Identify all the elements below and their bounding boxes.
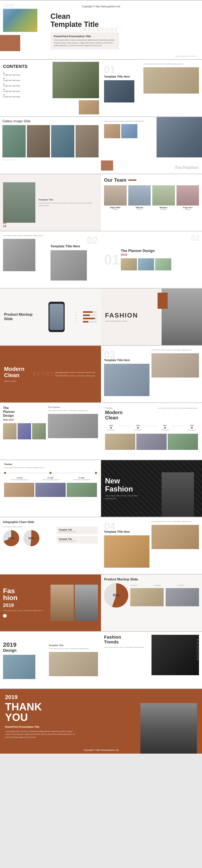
infographic-pie-row: 69% 52% [3,530,54,546]
ty-year: 2019 [5,694,111,701]
template-card-1-text: Lorem ipsum dolor sit amet [59,531,96,532]
planner2-main-image [48,414,98,438]
row-3: Gallery Image Slide www.pptstore.net Lor… [0,117,202,174]
t01-image [104,80,134,102]
gallery-image-2 [27,125,50,157]
infographic-content: Lorem ipsum dolor sit amet. 69% 52% [3,526,98,546]
product2-prices: $ 2,400.00 $ 1,960.00 $ 2,760.00 [130,585,199,606]
ft-left: Fashion Trends Lorem ipsum dolor sit ame… [104,635,152,685]
fashion-grid [104,124,154,138]
f2019-right [50,585,98,621]
ourteam-title: Our Team [104,177,126,183]
ty-left: 2019 THANK YOU PowerPoint Presentation T… [5,694,111,749]
product2-images [130,588,199,606]
design-main-image [3,655,35,679]
top-copyright-bar: Copyright © http://www.pptstore.net [0,4,202,9]
planner-image-1 [121,258,137,270]
timeline2-label: Timeline [4,463,97,465]
slide-modern-timeline: Timeline Modern Clean Lorem ipsum dolor … [101,403,202,460]
t03-desc: Lorem ipsum dolor sit amet, consectetuer… [152,349,199,351]
t03-left: 03 Template Title Here [104,349,152,399]
modern-text: Lorem ipsum dolor sit amet, consectetuer… [55,371,97,374]
slide-thank-you: 2019 THANK YOU PowerPoint Presentation T… [0,689,202,754]
list-item: 01 1 Add Your Text Here [3,72,37,76]
row-10: Infographic Chart Slide Lorem ipsum dolo… [0,517,202,574]
infographic-title: Infographic Chart Slide [3,520,98,524]
product2-circle-pct: 55% [113,594,120,597]
infographic-right: Template Title Lorem ipsum dolor sit ame… [57,527,98,545]
contents-left: CONTENTS 01 1 Add Your Text Here 02 2 Ad… [0,60,40,116]
slide-gallery: Gallery Image Slide www.pptstore.net [0,117,101,174]
design-word: Design [3,648,46,653]
team-image-2 [128,185,151,206]
planner-title: The Planner Design [121,249,199,253]
infographic-left: Lorem ipsum dolor sit amet. 69% 52% [3,526,54,546]
t01-right: Lorem ipsum dolor sit amet, consectetuer… [140,63,199,113]
fashion-image-2 [121,124,137,138]
ft-right: FASHION [152,635,199,685]
template-card-1: Template Title Lorem ipsum dolor sit ame… [57,527,98,534]
timeline-image-3 [168,434,198,450]
modern-left: Modern Clean Approve name [4,366,55,382]
t04-desc: Lorem ipsum dolor sit amet, consectetuer… [152,520,199,523]
modern-right: Lorem ipsum dolor sit amet, consectetuer… [55,371,97,377]
ty-right [111,694,197,749]
slide-cover: 2019 Clean Template Title PowerPoint Pre… [0,1,202,59]
list-item: 04 4 Add Your Text Here [3,89,37,92]
newfashion-sub: Lorem ipsum dolor sit amet, consectetuer… [105,495,145,500]
cover-title: Clean Template Title [50,12,196,28]
misc-image [3,182,35,223]
product-phone [40,302,73,332]
timeline2-items: 01 2016 Lorem ipsum adipiscing elit 01 2… [4,477,97,481]
pie-chart-69: 69% [3,530,19,546]
ourteam-header: Our Team [104,177,199,183]
slide-product-mockup: Product Mockup Slide A B C [0,288,101,345]
timeline2-segment-2 [52,473,95,473]
ourteam-accent [128,180,136,181]
ourteam-grid: Edgar Willis Design Willa Mo Planner Bla… [104,185,199,210]
planner-images [121,258,199,270]
product-bars: A B C D [73,311,97,322]
gallery-image-1 [2,125,26,157]
price-item-1: $ 2,400.00 [130,585,152,586]
timeline-year-3: 2017 Lorem ipsum [159,425,171,431]
fashion-big-title: FASHION [105,312,158,319]
planner2-title: ThePlannerDesign [3,406,46,418]
planner2-images [3,423,46,439]
bar-item-4: D [76,321,97,322]
ft-main-image [152,635,199,675]
slide-template-01: 01 Template Title Here Lorem ipsum dolor… [101,60,202,116]
ty-text: Lorem ipsum dolor sit amet, consectetuer… [5,730,78,739]
t01-number: 01 [104,64,115,75]
ty-copyright-bar: Copyright © http://www.pptstore.net [80,748,122,752]
top-copyright-text: Copyright © http://www.pptstore.net [82,5,120,8]
fashion-right: The Fashion [157,117,202,174]
ty-person-image [140,703,197,754]
fashion-main-image [157,117,202,157]
slide-modern-clean: Modern Clean Approve name Lorem ipsum do… [0,346,101,402]
slide-template-misc: 20 19 Template Title Lorem ipsum dolor s… [0,174,101,231]
row-12: 2019 Design Template Title Lorem ipsum d… [0,632,202,688]
t04-left: 04 Template Title Here [104,520,152,571]
timeline2-image-1 [4,483,34,497]
planner2-left: ThePlannerDesign New Deal [3,406,46,457]
pie-label-52: 52% [29,536,34,540]
planner-content: The Planner Design 2019 [121,249,199,270]
team-member-1: Edgar Willis Design [104,185,127,210]
gallery-image-3 [51,125,74,157]
fashion-big-image [162,288,202,345]
misc-right: Template Title Lorem ipsum dolor sit ame… [35,198,98,207]
timeline-header: Timeline Modern Clean Lorem ipsum dolor … [105,407,198,421]
product-title-area: Product Mockup Slide [4,312,40,321]
timeline-image-1 [105,434,135,450]
timeline-year-2: 2016 Lorem ipsum [132,425,144,431]
phone-screen [49,304,64,330]
slide-fashion-big: FASHION Lorem ipsum dolor sit amet [101,288,202,345]
timeline-year-1: 2015 Lorem ipsum [105,425,117,431]
gallery-footer: www.pptstore.net [2,159,99,160]
timeline-line-3 [172,426,185,426]
team-member-2: Willa Mo Planner [128,185,151,210]
planner2-text: Lorem ipsum dolor sit amet, consectetuer… [48,409,98,412]
t01-left: 01 Template Title Here [104,63,140,113]
phone-shape [48,302,65,332]
